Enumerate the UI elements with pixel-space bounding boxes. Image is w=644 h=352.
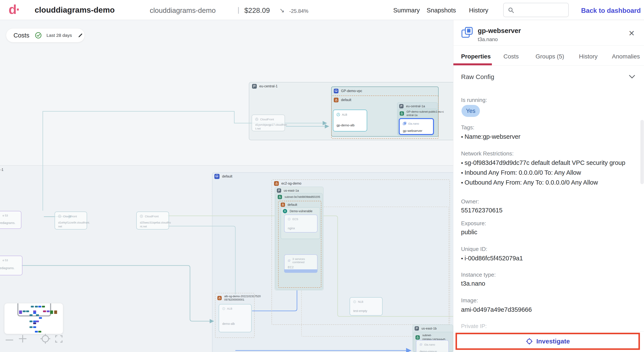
costs-pill-label: Costs	[14, 32, 29, 39]
investigate-button[interactable]: Investigate	[456, 333, 640, 350]
raw-config-toggle[interactable]: Raw Config	[461, 73, 494, 81]
node-cloudfront-gp[interactable]: CloudFront d1yvrcbjavgp17.cloudfron t.ne…	[252, 115, 285, 131]
clouddiagrams-app: d· clouddiagrams-demo clouddiagrams-demo…	[0, 0, 644, 352]
close-icon[interactable]: ✕	[628, 30, 635, 37]
minimap-node-dot	[19, 310, 22, 312]
alb-icon	[336, 113, 340, 117]
minimap-node-dot	[33, 320, 36, 322]
tab-groups[interactable]: Groups (5)	[536, 53, 564, 60]
subnet-0e7eb-label: subnet-0e7eb9809bb850205	[278, 195, 320, 199]
minimap-node-dot	[30, 326, 32, 328]
minimap-node-dot	[54, 310, 57, 312]
fullscreen-button[interactable]	[55, 335, 63, 343]
check-circle-icon	[35, 32, 42, 39]
diagram-canvas[interactable]: -1 eu-central-1 default	[0, 20, 453, 352]
unique-id-value: i-00d86fc5f452079a1	[461, 253, 523, 263]
node-route53-b[interactable]: e 53 op.livediagrams.	[0, 256, 22, 275]
minimap-node-dot	[35, 331, 38, 332]
nlb-icon	[353, 300, 356, 303]
trend-percentage: -25.84%	[289, 8, 308, 14]
cloudfront-icon	[255, 118, 258, 121]
node-ec2-combined[interactable]: 3 services combined EC2	[284, 254, 318, 272]
sg-gp-default-label: default	[334, 98, 351, 102]
page-title: clouddiagrams-demo	[35, 6, 115, 15]
node-gp-demo-alb[interactable]: ALB gp-demo-alb	[333, 110, 367, 131]
az-us-east-1a-label: us-east-1a	[277, 188, 299, 193]
app-logo[interactable]: d·	[8, 2, 20, 17]
minimap[interactable]	[4, 303, 63, 334]
total-cost-value: $228.09	[244, 7, 270, 15]
nav-summary[interactable]: Summary	[393, 7, 420, 14]
breadcrumb-separator: |	[238, 6, 240, 14]
sg-ec2-sg-demo-label: ec2-sg-demo	[274, 181, 301, 186]
nav-history[interactable]: History	[469, 7, 488, 14]
node-demo-signup[interactable]: t3a.nano demo-signup	[416, 340, 449, 352]
minimap-node-dot	[33, 326, 36, 328]
tab-properties[interactable]: Properties	[461, 53, 491, 60]
network-item: sg-0f983d47d9d9dc77c default default VPC…	[461, 158, 626, 168]
costs-period-label: Last 28 days	[46, 33, 72, 38]
cloudfront-icon	[58, 215, 62, 218]
subnet-open-lock-icon	[400, 111, 404, 116]
investigate-reticle-icon	[526, 338, 533, 345]
edit-pencil-icon[interactable]	[78, 33, 83, 38]
tab-history[interactable]: History	[579, 53, 598, 60]
minimap-node-dot	[26, 310, 29, 312]
tabs-divider	[453, 65, 644, 66]
minimap-node-dot	[23, 310, 26, 312]
node-ecs-nginx[interactable]: ECS nginx	[284, 215, 318, 232]
network-restrictions-label: Network Restrictions:	[461, 150, 514, 157]
trend-down-icon: ↘	[280, 7, 284, 14]
cloudfront-icon	[140, 215, 143, 218]
subnet-open-lock-icon	[416, 335, 420, 339]
flag-icon	[277, 188, 281, 193]
chevron-down-icon[interactable]	[629, 75, 635, 79]
vpc-icon	[334, 89, 338, 93]
minimap-node-dot	[39, 317, 42, 319]
private-ip-label: Private IP:	[461, 323, 487, 329]
exposure-label: Exposure:	[461, 220, 486, 227]
ecs-icon	[288, 218, 291, 221]
investigate-label: Investigate	[536, 338, 570, 345]
panel-scrollbar-thumb[interactable]	[640, 120, 644, 184]
tab-anomalies[interactable]: Anomalies	[612, 53, 640, 60]
top-header: d· clouddiagrams-demo clouddiagrams-demo…	[0, 0, 644, 20]
tags-value: Name:gp-webserver	[461, 132, 520, 142]
details-panel: gp-webserver t3a.nano ✕ Properties Costs…	[453, 20, 644, 352]
image-value: ami-0d497a49e7d359666	[461, 305, 532, 314]
zoom-out-button[interactable]	[5, 337, 14, 342]
service-demo-vulnerable-label: Demo-vulnerable	[283, 209, 312, 213]
owner-value: 551762370615	[461, 206, 502, 215]
search-input[interactable]	[503, 3, 569, 17]
ec2-instance-icon	[461, 26, 474, 39]
card-stack-band	[284, 269, 318, 273]
minimap-node-dot	[50, 312, 53, 314]
vpc-gp-demo-label: GP-demo-vpc	[334, 89, 362, 93]
nav-snapshots[interactable]: Snapshots	[426, 7, 456, 14]
zoom-in-button[interactable]	[18, 334, 27, 343]
tab-costs[interactable]: Costs	[504, 53, 519, 60]
minimap-node-dot	[54, 312, 57, 314]
is-running-badge: Yes	[462, 105, 480, 117]
minimap-node-dot	[42, 306, 45, 307]
image-label: Image:	[461, 297, 478, 304]
node-cloudfront-2[interactable]: CloudFront d25wez31tqe6ai.cloudfro nt.ne…	[136, 212, 169, 229]
subnet-open-lock-icon	[278, 195, 282, 199]
is-running-label: Is running:	[461, 97, 487, 103]
costs-toggle-pill[interactable]: Costs Last 28 days	[6, 28, 85, 42]
minimap-node-dot	[35, 306, 38, 307]
panel-header-divider	[453, 45, 644, 46]
owner-label: Owner:	[461, 198, 479, 205]
locate-button[interactable]	[40, 333, 51, 344]
minimap-viewport[interactable]	[17, 303, 51, 316]
node-nlb-test-empty[interactable]: NLB test-empty	[350, 297, 382, 316]
back-to-dashboard-link[interactable]: Back to dashboard	[581, 7, 641, 15]
security-group-lock-icon	[281, 203, 285, 207]
node-demo-alb[interactable]: ALB demo-alb	[219, 304, 252, 332]
node-gp-webserver[interactable]: t3a.nano gp-webserver	[399, 118, 434, 135]
node-cloudfront-1[interactable]: CloudFront d1ehtyf1zzei9r.cloudfront. ne…	[54, 212, 87, 229]
node-route53-a[interactable]: e 53 23.livediagrams.	[0, 211, 22, 229]
subnet-gp-demo-public1-label: GP-demo-subnet-public1-eu-c entral-1a	[400, 110, 444, 117]
az-eu-central-1a-label: eu-central-1a	[399, 104, 425, 108]
flag-icon	[399, 104, 404, 108]
